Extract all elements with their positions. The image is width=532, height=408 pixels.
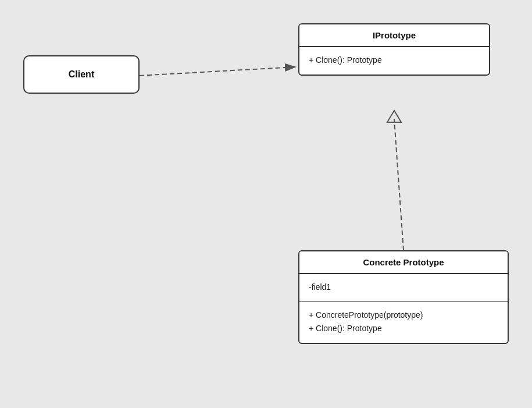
concrete-field1: -field1: [309, 281, 498, 293]
iprototype-header: IPrototype: [299, 24, 489, 47]
concrete-prototype-fields-section: -field1: [299, 274, 508, 302]
iprototype-clone-method: + Clone(): Prototype: [309, 54, 480, 66]
client-box: Client: [23, 55, 140, 94]
concrete-prototype-box: Concrete Prototype -field1 + ConcretePro…: [298, 250, 509, 344]
inheritance-arrow: [394, 119, 404, 250]
concrete-prototype-methods-section: + ConcretePrototype(prototype) + Clone()…: [299, 302, 508, 343]
concrete-clone-method: + Clone(): Prototype: [309, 322, 498, 335]
iprototype-methods-section: + Clone(): Prototype: [299, 47, 489, 74]
dependency-arrow: [140, 67, 295, 76]
client-label: Client: [24, 56, 138, 93]
diagram-container: Client IPrototype + Clone(): Prototype C…: [0, 0, 532, 408]
concrete-prototype-header: Concrete Prototype: [299, 251, 508, 274]
concrete-constructor-method: + ConcretePrototype(prototype): [309, 309, 498, 321]
iprototype-box: IPrototype + Clone(): Prototype: [298, 23, 490, 76]
